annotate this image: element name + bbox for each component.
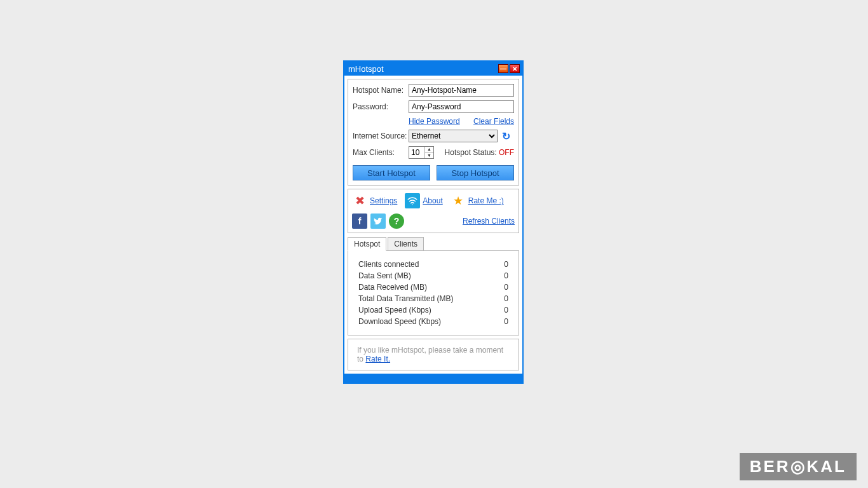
internet-source-select[interactable]: Ethernet: [409, 130, 498, 142]
tab-clients[interactable]: Clients: [388, 237, 424, 251]
max-clients-input[interactable]: [409, 147, 424, 158]
stat-row: Data Received (MB) 0: [358, 283, 508, 292]
help-icon[interactable]: ?: [389, 214, 404, 229]
stat-row: Download Speed (Kbps) 0: [358, 317, 508, 326]
settings-item[interactable]: ✖ Settings: [352, 193, 397, 208]
hotspot-tab-body: Clients connected 0 Data Sent (MB) 0 Dat…: [348, 250, 519, 336]
settings-link[interactable]: Settings: [370, 196, 397, 205]
clear-fields-link[interactable]: Clear Fields: [473, 117, 514, 126]
stat-value: 0: [504, 306, 508, 315]
hotspot-status-label: Hotspot Status:: [445, 148, 497, 157]
hide-password-link[interactable]: Hide Password: [409, 117, 460, 126]
stat-row: Clients connected 0: [358, 260, 508, 269]
hotspot-status: Hotspot Status: OFF: [445, 148, 514, 157]
stat-row: Upload Speed (Kbps) 0: [358, 306, 508, 315]
spinner-up-icon[interactable]: ▲: [424, 147, 433, 153]
hotspot-status-value: OFF: [499, 148, 514, 157]
rate-item[interactable]: ★ Rate Me :): [451, 193, 504, 208]
tabs-area: Hotspot Clients Clients connected 0 Data…: [348, 236, 519, 336]
start-hotspot-button[interactable]: Start Hotspot: [353, 165, 430, 180]
tab-hotspot[interactable]: Hotspot: [348, 237, 386, 251]
rate-link[interactable]: Rate Me :): [468, 196, 504, 205]
wifi-icon: [405, 193, 420, 208]
stop-hotspot-button[interactable]: Stop Hotspot: [437, 165, 514, 180]
stat-value: 0: [504, 317, 508, 326]
refresh-source-icon[interactable]: ↻: [500, 130, 512, 142]
facebook-icon[interactable]: f: [352, 214, 367, 229]
toolbar-panel: ✖ Settings About ★ Rate Me :) f ? Refres…: [348, 189, 519, 233]
minimize-button[interactable]: —: [498, 64, 508, 73]
about-link[interactable]: About: [423, 196, 442, 205]
stat-row: Data Sent (MB) 0: [358, 271, 508, 280]
stat-value: 0: [504, 271, 508, 280]
max-clients-spinner[interactable]: ▲ ▼: [409, 146, 434, 159]
close-button[interactable]: ✕: [510, 64, 520, 73]
window-title: mHotspot: [348, 64, 497, 74]
bottom-bar: [344, 374, 522, 383]
stat-value: 0: [504, 294, 508, 303]
password-label: Password:: [353, 102, 409, 111]
watermark: BER◎KAL: [740, 453, 857, 480]
max-clients-label: Max Clients:: [353, 148, 409, 157]
refresh-clients-link[interactable]: Refresh Clients: [463, 217, 515, 226]
hotspot-name-input[interactable]: [409, 84, 514, 97]
settings-icon: ✖: [352, 193, 367, 208]
stat-value: 0: [504, 260, 508, 269]
hotspot-name-label: Hotspot Name:: [353, 86, 409, 95]
stat-label: Download Speed (Kbps): [358, 317, 441, 326]
spinner-down-icon[interactable]: ▼: [424, 153, 433, 159]
app-window: mHotspot — ✕ Hotspot Name: Password: Hid…: [343, 60, 524, 384]
stat-label: Upload Speed (Kbps): [358, 306, 431, 315]
star-icon: ★: [451, 193, 466, 208]
title-bar[interactable]: mHotspot — ✕: [344, 62, 522, 76]
internet-source-label: Internet Source:: [353, 132, 409, 140]
stat-value: 0: [504, 283, 508, 292]
stat-label: Data Sent (MB): [358, 271, 411, 280]
stat-row: Total Data Transmitted (MB) 0: [358, 294, 508, 303]
config-panel: Hotspot Name: Password: Hide Password Cl…: [348, 79, 519, 186]
about-item[interactable]: About: [405, 193, 442, 208]
password-input[interactable]: [409, 100, 514, 113]
footer-panel: If you like mHotspot, please take a mome…: [348, 339, 519, 370]
stat-label: Total Data Transmitted (MB): [358, 294, 453, 303]
twitter-icon[interactable]: [370, 214, 386, 229]
stat-label: Clients connected: [358, 260, 419, 269]
stat-label: Data Received (MB): [358, 283, 427, 292]
rate-it-link[interactable]: Rate It.: [365, 355, 390, 363]
